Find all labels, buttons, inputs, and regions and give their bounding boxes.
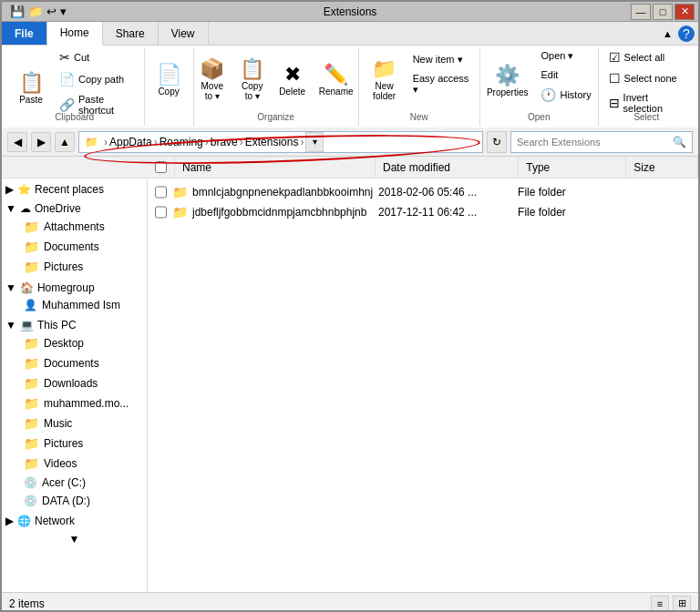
address-dropdown[interactable]: ▾	[305, 132, 324, 152]
sidebar-item-user-folder[interactable]: 📁 muhammed.mo...	[2, 393, 147, 413]
history-button[interactable]: 🕐 History	[536, 85, 595, 105]
path-sep-2: ›	[205, 136, 209, 148]
folder-icon: 📁	[24, 219, 39, 234]
sidebar-item-muhammed[interactable]: 👤 Muhammed Ism	[2, 296, 147, 314]
tab-home[interactable]: Home	[47, 22, 103, 46]
drive-icon: 💿	[24, 495, 37, 507]
clipboard-label: Clipboard	[5, 112, 144, 122]
file-checkbox-1[interactable]	[155, 206, 167, 219]
column-headers: Name Date modified Type Size	[2, 157, 698, 178]
cut-button[interactable]: ✂ Cut	[55, 47, 139, 67]
rename-button[interactable]: ✏️ Rename	[314, 61, 358, 100]
minimize-button[interactable]: —	[631, 4, 651, 20]
help-icon[interactable]: ?	[678, 26, 695, 42]
thispc-chevron-icon: ▼	[5, 319, 16, 332]
sidebar-thispc-header[interactable]: ▼ 💻 This PC	[2, 314, 147, 333]
folder-icon: 📁	[24, 260, 39, 274]
copy-to-button[interactable]: 📋 Copy to ▾	[234, 56, 271, 105]
close-button[interactable]: ✕	[674, 4, 695, 20]
refresh-button[interactable]: ↻	[487, 131, 507, 153]
recent-chevron-icon: ▶	[5, 183, 14, 196]
paste-button[interactable]: 📋 Paste	[11, 69, 51, 108]
col-header-size[interactable]: Size	[626, 157, 698, 178]
copy-path-button[interactable]: 📄 Copy path	[55, 69, 139, 89]
quick-access-toolbar: 💾 📁 ↩ ▾	[5, 4, 71, 19]
sidebar-item-attachments[interactable]: 📁 Attachments	[2, 217, 147, 237]
sidebar-item-videos[interactable]: 📁 Videos	[2, 454, 147, 474]
sidebar-item-pictures[interactable]: 📁 Pictures	[2, 257, 147, 277]
easy-access-button[interactable]: Easy access ▾	[408, 70, 474, 98]
title-bar-left: 💾 📁 ↩ ▾	[5, 4, 71, 19]
edit-button[interactable]: Edit	[536, 66, 595, 83]
sidebar-item-pictures2[interactable]: 📁 Pictures	[2, 434, 147, 454]
tab-view[interactable]: View	[159, 22, 209, 45]
maximize-button[interactable]: □	[653, 4, 673, 20]
sidebar-homegroup-header[interactable]: ▼ 🏠 Homegroup	[2, 277, 147, 296]
sidebar-item-music[interactable]: 📁 Music	[2, 413, 147, 434]
search-input[interactable]	[517, 137, 669, 148]
file-list: 📁 bmnlcjabgnpnenekpadlanbbkooimhnj 2018-…	[148, 178, 698, 592]
organize-label: Organize	[194, 112, 358, 122]
path-sep-3: ›	[240, 136, 243, 148]
qa-folder-icon[interactable]: 📁	[27, 4, 44, 19]
sidebar-item-documents[interactable]: 📁 Documents	[2, 237, 147, 257]
sidebar-recent-header[interactable]: ▶ ⭐ Recent places	[2, 178, 147, 198]
path-roaming[interactable]: Roaming	[160, 136, 203, 148]
delete-button[interactable]: ✖ Delete	[274, 61, 311, 100]
copy-button[interactable]: 📄 Copy	[149, 61, 189, 100]
properties-button[interactable]: ⚙️ Properties	[482, 62, 533, 101]
col-header-checkbox[interactable]	[148, 157, 175, 178]
onedrive-icon: ☁	[20, 202, 31, 215]
sidebar-item-documents2[interactable]: 📁 Documents	[2, 353, 147, 373]
address-bar[interactable]: 📁 › AppData › Roaming › brave › Extensio…	[78, 131, 483, 153]
select-none-icon: ☐	[609, 71, 621, 86]
sidebar-item-desktop[interactable]: 📁 Desktop	[2, 333, 147, 353]
copy-group-buttons: 📄 Copy	[149, 47, 189, 126]
file-type-0: File folder	[518, 186, 618, 199]
folder-icon: 📁	[172, 185, 188, 199]
tab-share[interactable]: Share	[103, 22, 159, 45]
large-icons-view-button[interactable]: ⊞	[673, 596, 691, 612]
sidebar-network-header[interactable]: ▶ 🌐 Network	[2, 510, 147, 529]
sidebar-item-downloads[interactable]: 📁 Downloads	[2, 373, 147, 393]
new-item-button[interactable]: New item ▾	[408, 51, 474, 68]
file-row[interactable]: 📁 bmnlcjabgnpnenekpadlanbbkooimhnj 2018-…	[148, 182, 698, 202]
sidebar-item-d-drive[interactable]: 💿 DATA (D:)	[2, 492, 147, 510]
path-extensions[interactable]: Extensions	[245, 136, 299, 148]
path-brave[interactable]: brave	[211, 136, 238, 148]
col-header-date[interactable]: Date modified	[376, 157, 519, 178]
file-checkbox-0[interactable]	[155, 186, 167, 199]
new-folder-button[interactable]: 📁 New folder	[365, 56, 405, 105]
ribbon-expand-icon[interactable]: ▲	[663, 28, 673, 39]
folder-icon: 📁	[24, 456, 39, 471]
ribbon-group-select: ☑ Select all ☐ Select none ⊟ Invert sele…	[599, 47, 695, 126]
select-none-button[interactable]: ☐ Select none	[604, 68, 689, 88]
header-checkbox[interactable]	[155, 161, 167, 173]
open-button[interactable]: Open ▾	[536, 47, 595, 65]
new-folder-icon: 📁	[372, 59, 396, 79]
user-icon: 👤	[24, 299, 37, 311]
sidebar-scroll-down[interactable]: ▼	[2, 529, 147, 549]
col-header-name[interactable]: Name	[175, 157, 376, 178]
move-to-button[interactable]: 📦 Move to ▾	[194, 56, 231, 105]
rename-icon: ✏️	[324, 65, 348, 85]
tab-file[interactable]: File	[2, 22, 47, 45]
search-icon[interactable]: 🔍	[673, 136, 686, 148]
sidebar-item-c-drive[interactable]: 💿 Acer (C:)	[2, 474, 147, 492]
col-header-type[interactable]: Type	[519, 157, 626, 178]
path-appdata[interactable]: AppData	[109, 136, 152, 148]
folder-icon: 📁	[24, 336, 39, 351]
qa-dropdown-icon[interactable]: ▾	[59, 4, 67, 19]
file-name-0: 📁 bmnlcjabgnpnenekpadlanbbkooimhnj	[172, 185, 373, 199]
folder-icon: 📁	[24, 240, 39, 254]
main-area: ▶ ⭐ Recent places ▼ ☁ OneDrive 📁 Attachm…	[2, 178, 698, 592]
qa-save-icon[interactable]: 💾	[9, 4, 26, 19]
qa-undo-icon[interactable]: ↩	[46, 4, 57, 19]
file-row[interactable]: 📁 jdbefljfgobbmcidnmpjamcbhnbphjnb 2017-…	[148, 202, 698, 222]
sidebar-onedrive-header[interactable]: ▼ ☁ OneDrive	[2, 198, 147, 217]
clipboard-buttons: 📋 Paste ✂ Cut 📄 Copy path 🔗 Paste	[11, 47, 139, 142]
path-sep-4: ›	[300, 136, 304, 148]
folder-icon: 📁	[172, 205, 188, 219]
select-all-button[interactable]: ☑ Select all	[604, 47, 689, 67]
details-view-button[interactable]: ≡	[651, 596, 669, 612]
